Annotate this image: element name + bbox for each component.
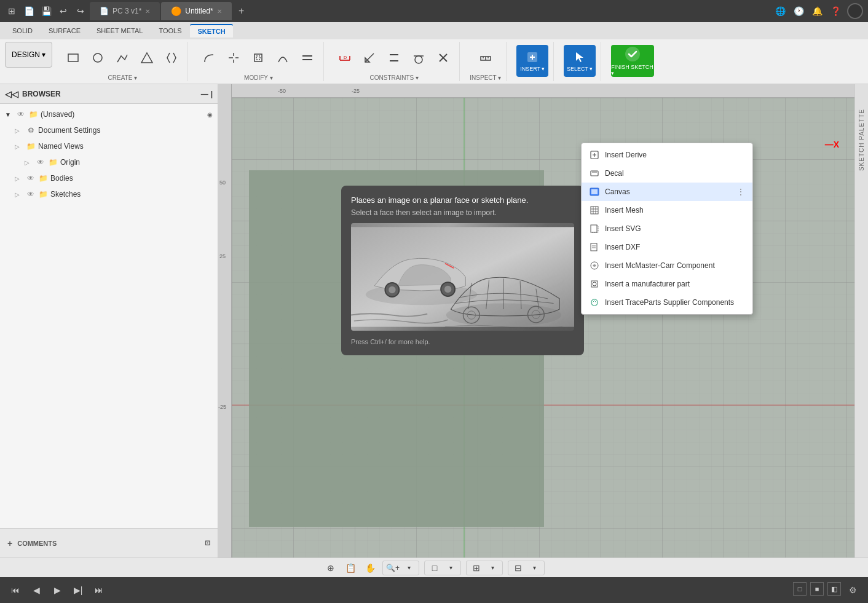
select-button[interactable]: SELECT ▾ bbox=[564, 45, 596, 77]
menu-item-insert-dxf[interactable]: Insert DXF bbox=[582, 238, 752, 256]
tab-pc3[interactable]: 📄 PC 3 v1* ✕ bbox=[90, 2, 160, 20]
collapse-comment-icon[interactable]: ⊡ bbox=[205, 539, 210, 547]
viewport[interactable]: -50 -25 50 25 -25 bbox=[218, 84, 854, 558]
menu-item-insert-derive[interactable]: Insert Derive bbox=[582, 146, 752, 164]
browser-pin-icon[interactable]: | bbox=[211, 90, 213, 98]
add-comment-icon[interactable]: + bbox=[7, 538, 12, 548]
finish-sketch-button[interactable]: FINISH SKETCH ▾ bbox=[611, 45, 654, 77]
zoom-in-btn[interactable]: 🔍+ bbox=[385, 561, 400, 575]
menu-item-traceparts[interactable]: Insert TraceParts Supplier Components bbox=[582, 293, 752, 312]
add-tab-button[interactable]: + bbox=[233, 2, 250, 20]
tree-item-root[interactable]: ▼ 👁 📁 (Unsaved) ◉ bbox=[0, 106, 218, 122]
triangle-tool[interactable] bbox=[136, 45, 158, 71]
inspect-label[interactable]: INSPECT ▾ bbox=[470, 74, 501, 81]
create-label[interactable]: CREATE ▾ bbox=[108, 74, 138, 81]
bracket-tool[interactable] bbox=[160, 45, 183, 71]
tree-item-sketches[interactable]: ▷ 👁 📁 Sketches bbox=[0, 186, 218, 202]
notification-icon[interactable]: 🔔 bbox=[810, 4, 824, 18]
constraints-label[interactable]: CONSTRAINTS ▾ bbox=[370, 74, 419, 81]
undo-icon[interactable]: ↩ bbox=[57, 4, 70, 18]
view-dropdown-btn[interactable]: ▾ bbox=[443, 561, 458, 575]
comments-bar[interactable]: + COMMENTS ⊡ bbox=[0, 528, 218, 558]
tab-solid[interactable]: SOLID bbox=[5, 25, 40, 37]
record-root[interactable]: ◉ bbox=[207, 111, 213, 118]
save-icon[interactable]: 💾 bbox=[39, 4, 53, 18]
trim-tool[interactable] bbox=[223, 45, 245, 71]
expand-root[interactable]: ▼ bbox=[5, 111, 14, 118]
tab-sketch[interactable]: SKETCH bbox=[190, 24, 232, 37]
menu-item-decal[interactable]: Decal bbox=[582, 164, 752, 183]
nav-prev-btn[interactable]: ◀ bbox=[28, 582, 44, 598]
tree-item-doc-settings[interactable]: ▷ ⚙ Document Settings bbox=[0, 122, 218, 138]
history-icon[interactable]: 🕐 bbox=[792, 4, 805, 18]
zoom-dropdown-btn[interactable]: ▾ bbox=[401, 561, 416, 575]
nav-view-2-btn[interactable]: ■ bbox=[810, 582, 824, 596]
expand-doc[interactable]: ▷ bbox=[15, 127, 23, 134]
file-icon[interactable]: 📄 bbox=[22, 4, 36, 18]
pan-tool-btn[interactable]: ⊕ bbox=[323, 561, 338, 575]
nav-view-1-btn[interactable]: □ bbox=[793, 582, 807, 596]
canvas-more-icon[interactable]: ⋮ bbox=[736, 187, 745, 197]
constraint-angle[interactable] bbox=[358, 45, 381, 71]
measure-tool[interactable] bbox=[475, 45, 497, 71]
constraint-tangent[interactable] bbox=[408, 45, 430, 71]
snap-display-btn[interactable]: ⊟ bbox=[511, 561, 526, 575]
tab-untitled[interactable]: 🟠 Untitled* ✕ bbox=[161, 2, 231, 20]
svg-point-29 bbox=[625, 47, 640, 61]
tab-surface[interactable]: SURFACE bbox=[41, 25, 88, 37]
browser-collapse-icon[interactable]: ◁◁ bbox=[5, 89, 18, 99]
line-tool[interactable] bbox=[111, 45, 133, 71]
tree-item-named-views[interactable]: ▷ 📁 Named Views bbox=[0, 138, 218, 154]
menu-item-mcmaster[interactable]: Insert McMaster-Carr Component bbox=[582, 256, 752, 275]
finish-tools: FINISH SKETCH ▾ bbox=[611, 42, 654, 80]
expand-sketches[interactable]: ▷ bbox=[15, 191, 23, 198]
modify-label[interactable]: MODIFY ▾ bbox=[244, 74, 272, 81]
menu-item-manufacturer[interactable]: Insert a manufacturer part bbox=[582, 275, 752, 293]
zoom-group: 🔍+ ▾ bbox=[382, 561, 419, 575]
help-icon[interactable]: ❓ bbox=[829, 4, 842, 18]
tab-sheet-metal[interactable]: SHEET METAL bbox=[89, 25, 150, 37]
nav-next-btn[interactable]: ▶| bbox=[70, 582, 86, 598]
equal-tool[interactable] bbox=[296, 45, 318, 71]
snap-dropdown-btn[interactable]: ▾ bbox=[527, 561, 542, 575]
nav-first-btn[interactable]: ⏮ bbox=[7, 582, 23, 598]
globe-icon[interactable]: 🌐 bbox=[773, 4, 787, 18]
arc-tool[interactable] bbox=[272, 45, 294, 71]
insert-button[interactable]: INSERT ▾ bbox=[516, 45, 548, 77]
tab-untitled-close[interactable]: ✕ bbox=[217, 8, 222, 15]
view-display-btn[interactable]: □ bbox=[427, 561, 442, 575]
nav-settings-icon[interactable]: ⚙ bbox=[845, 582, 861, 598]
circle-tool[interactable] bbox=[87, 45, 109, 71]
offset-tool[interactable] bbox=[247, 45, 269, 71]
constraint-dim[interactable]: D bbox=[334, 45, 356, 71]
hand-tool-btn[interactable]: ✋ bbox=[363, 561, 377, 575]
icon-eye-bodies: 👁 bbox=[26, 174, 36, 183]
constraint-x[interactable] bbox=[432, 45, 454, 71]
menu-item-insert-svg[interactable]: Insert SVG bbox=[582, 219, 752, 238]
menu-item-canvas[interactable]: Canvas ⋮ bbox=[582, 183, 752, 201]
nav-view-3-btn[interactable]: ◧ bbox=[827, 582, 841, 596]
snap-group: ⊟ ▾ bbox=[508, 561, 545, 575]
grid-icon[interactable]: ⊞ bbox=[5, 4, 18, 18]
avatar[interactable] bbox=[847, 3, 863, 19]
expand-origin[interactable]: ▷ bbox=[25, 159, 33, 166]
rect-tool[interactable] bbox=[62, 45, 84, 71]
tree-item-origin[interactable]: ▷ 👁 📁 Origin bbox=[0, 154, 218, 170]
grid-dropdown-btn[interactable]: ▾ bbox=[485, 561, 500, 575]
redo-icon[interactable]: ↪ bbox=[74, 4, 87, 18]
svg-label: Insert SVG bbox=[605, 224, 641, 233]
grid-display-btn[interactable]: ⊞ bbox=[469, 561, 484, 575]
clipboard-btn[interactable]: 📋 bbox=[343, 561, 358, 575]
tab-tools[interactable]: TOOLS bbox=[151, 25, 189, 37]
constraint-parallel[interactable] bbox=[383, 45, 405, 71]
tab-pc3-close[interactable]: ✕ bbox=[145, 8, 150, 15]
expand-named-views[interactable]: ▷ bbox=[15, 143, 23, 150]
nav-last-btn[interactable]: ⏭ bbox=[91, 582, 107, 598]
browser-options-icon[interactable]: — bbox=[201, 90, 208, 98]
fillet-tool[interactable] bbox=[198, 45, 220, 71]
menu-item-insert-mesh[interactable]: Insert Mesh bbox=[582, 201, 752, 219]
nav-play-btn[interactable]: ▶ bbox=[49, 582, 65, 598]
expand-bodies[interactable]: ▷ bbox=[15, 175, 23, 182]
tree-item-bodies[interactable]: ▷ 👁 📁 Bodies bbox=[0, 170, 218, 186]
design-button[interactable]: DESIGN ▾ bbox=[5, 42, 52, 68]
